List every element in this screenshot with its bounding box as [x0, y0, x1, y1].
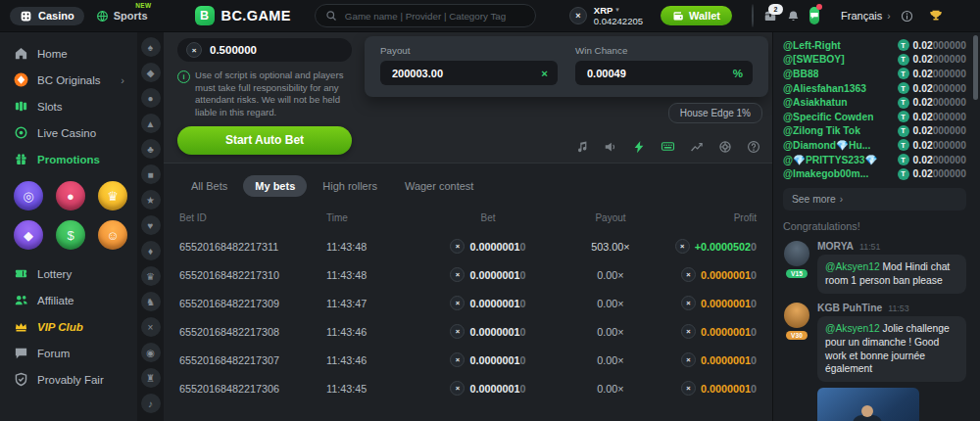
sidebar-item-lottery[interactable]: Lottery — [0, 260, 137, 287]
sound-icon[interactable] — [604, 140, 617, 154]
game-shortcut-2[interactable]: ◆ — [141, 63, 161, 82]
sidebar-item-bc-originals[interactable]: BC Originals› — [0, 67, 137, 93]
table-row[interactable]: 6552016848221730811:43:46×0.000000100.00… — [179, 317, 757, 346]
tab-all-bets[interactable]: All Bets — [179, 175, 239, 197]
winner-username[interactable]: @Left-Right — [783, 40, 841, 51]
chat-username[interactable]: KGB PuhTine — [817, 303, 882, 313]
table-row[interactable]: 6552016848221731011:43:48×0.000000100.00… — [179, 260, 757, 289]
payout-input-wrap[interactable]: × — [380, 61, 558, 85]
rain-winner-row[interactable]: @Zilong Tik TokT0.02000000 — [783, 124, 966, 139]
wallet-button[interactable]: Wallet — [661, 6, 732, 25]
sidebar-item-affiliate[interactable]: Affiliate — [0, 287, 137, 313]
winner-username[interactable]: @BB88 — [783, 69, 818, 79]
language-selector[interactable]: Français › — [841, 10, 891, 22]
rain-winner-row[interactable]: @💎PRITTYS233💎T0.02000000 — [783, 153, 966, 167]
game-shortcut-10[interactable]: ♛ — [141, 266, 161, 286]
game-shortcut-13[interactable]: ◉ — [141, 343, 161, 362]
avatar[interactable] — [784, 303, 809, 328]
game-shortcut-6[interactable]: ■ — [141, 164, 161, 184]
game-shortcut-14[interactable]: ♜ — [141, 368, 161, 388]
search-bar[interactable] — [315, 4, 536, 27]
game-shortcut-8[interactable]: ♥ — [141, 215, 161, 235]
rain-winner-row[interactable]: @BB88T0.02000000 — [783, 67, 966, 81]
bet-amount-field[interactable]: × — [177, 38, 352, 62]
table-row[interactable]: 6552016848221731111:43:48×0.00000010503.… — [179, 232, 757, 260]
see-more-button[interactable]: See more › — [783, 188, 966, 210]
game-shortcut-9[interactable]: ♦ — [141, 241, 161, 260]
rain-winner-row[interactable]: @[SWEBOY]T0.02000000 — [783, 53, 966, 68]
table-row[interactable]: 6552016848221730711:43:46×0.000000100.00… — [179, 346, 757, 374]
rain-winner-row[interactable]: @Left-RightT0.02000000 — [783, 38, 966, 53]
game-shortcut-5[interactable]: ♣ — [141, 139, 161, 159]
nav-casino-button[interactable]: Casino — [10, 7, 84, 25]
table-header: Bet ID Time Bet Payout Profit — [179, 205, 757, 232]
hotkeys-icon[interactable] — [661, 139, 675, 154]
sidebar-item-live-casino[interactable]: Live Casino — [0, 119, 137, 146]
start-auto-bet-button[interactable]: Start Auto Bet — [177, 126, 352, 155]
user-avatar[interactable] — [752, 4, 754, 27]
chat-toggle-button[interactable] — [809, 7, 819, 24]
tab-wager-contest[interactable]: Wager contest — [393, 175, 486, 197]
game-shortcut-11[interactable]: ♞ — [141, 292, 161, 311]
rain-winner-row[interactable]: @Specific CowdenT0.02000000 — [783, 110, 966, 124]
chat-username[interactable]: MORYA — [817, 241, 854, 252]
search-input[interactable] — [343, 10, 525, 23]
chip-icon[interactable] — [718, 140, 732, 154]
game-shortcut-3[interactable]: ● — [141, 88, 161, 108]
winner-username[interactable]: @Zilong Tik Tok — [783, 125, 860, 136]
payout-input[interactable] — [390, 67, 541, 80]
notifications-button[interactable] — [787, 10, 800, 23]
avatar[interactable] — [784, 241, 809, 266]
nav-sports-button[interactable]: Sports NEW — [96, 10, 148, 23]
tab-high-rollers[interactable]: High rollers — [311, 175, 389, 197]
tournament-button[interactable] — [929, 9, 943, 23]
bonus-chest-button[interactable]: 2 — [763, 9, 777, 23]
music-icon[interactable] — [575, 140, 589, 154]
table-row[interactable]: 6552016848221730911:43:47×0.000000100.00… — [179, 289, 757, 317]
mention-link[interactable]: @Aksyen12 — [825, 261, 883, 272]
winner-username[interactable]: @Asiakhatun — [783, 97, 848, 108]
promo-icon-cash[interactable]: $ — [56, 220, 85, 250]
help-icon[interactable] — [747, 140, 760, 154]
info-button[interactable] — [901, 10, 913, 23]
game-shortcut-12[interactable]: × — [141, 317, 161, 337]
winner-username[interactable]: @Diamond💎Hu... — [783, 139, 870, 152]
win-chance-input-wrap[interactable]: % — [575, 61, 753, 85]
promo-icon-gem[interactable]: ◆ — [14, 220, 43, 250]
bet-profit: ×0.00000010 — [660, 352, 757, 367]
winner-username[interactable]: @Aliesfahan1363 — [783, 83, 866, 94]
sidebar-item-promotions[interactable]: Promotions — [0, 146, 137, 172]
win-chance-input[interactable] — [585, 67, 733, 80]
video-thumbnail[interactable]: Let's screw it up — [817, 388, 919, 421]
mention-link[interactable]: @Aksyen12 — [825, 323, 883, 334]
table-row[interactable]: 6552016848221730611:43:45×0.000000100.00… — [179, 374, 757, 402]
game-shortcut-7[interactable]: ★ — [141, 190, 161, 210]
winner-username[interactable]: @Specific Cowden — [783, 112, 873, 122]
live-stats-icon[interactable] — [690, 140, 704, 154]
bet-amount-input[interactable] — [208, 43, 343, 57]
rain-winner-row[interactable]: @Aliesfahan1363T0.02000000 — [783, 81, 966, 96]
sidebar-item-provably-fair[interactable]: Provably Fair — [0, 366, 137, 393]
tab-my-bets[interactable]: My bets — [243, 175, 307, 197]
rain-winner-row[interactable]: @AsiakhatunT0.02000000 — [783, 95, 966, 110]
turbo-bolt-icon[interactable] — [632, 140, 646, 154]
sidebar-item-home[interactable]: Home — [0, 40, 137, 67]
promo-icon-ball[interactable]: ● — [56, 181, 85, 210]
rain-winner-row[interactable]: @Imakegob00m...T0.02000000 — [783, 166, 966, 181]
game-shortcut-4[interactable]: ▲ — [141, 114, 161, 133]
rain-winner-row[interactable]: @Diamond💎Hu...T0.02000000 — [783, 138, 966, 153]
winner-username[interactable]: @Imakegob00m... — [783, 168, 868, 179]
sidebar-item-forum[interactable]: Forum — [0, 340, 137, 366]
winner-username[interactable]: @[SWEBOY] — [783, 54, 845, 65]
currency-selector[interactable]: × XRP ▾ 0.04242205 — [569, 5, 643, 27]
sidebar-item-vip-club[interactable]: VIP Club — [0, 313, 137, 340]
winner-username[interactable]: @💎PRITTYS233💎 — [783, 154, 877, 166]
sidebar-item-slots[interactable]: Slots — [0, 93, 137, 119]
promo-icon-crown[interactable]: ♛ — [98, 181, 127, 210]
game-shortcut-15[interactable]: ♪ — [141, 394, 161, 413]
game-shortcut-1[interactable]: ♠ — [141, 37, 161, 57]
chat-scrollbar[interactable] — [973, 35, 978, 100]
promo-icon-target[interactable]: ◎ — [14, 181, 43, 210]
promo-icon-genie[interactable]: ☺ — [98, 220, 127, 250]
logo[interactable]: B BC.GAME — [195, 6, 291, 25]
